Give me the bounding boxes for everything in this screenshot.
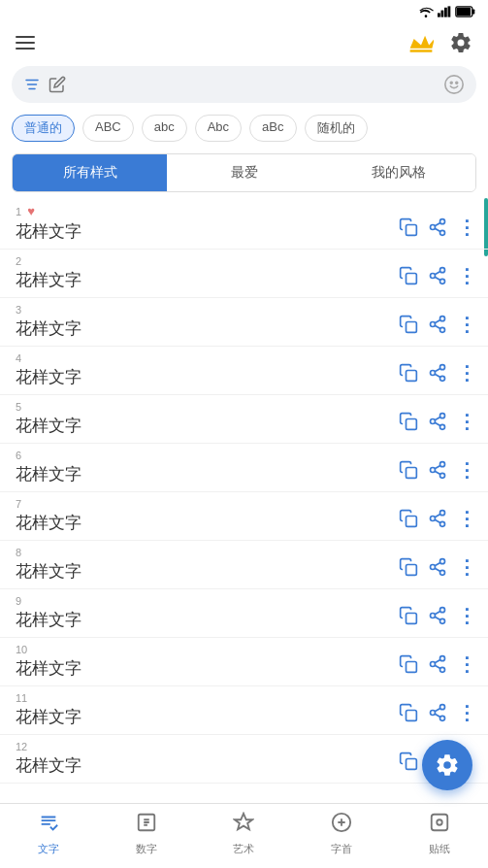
art-icon	[233, 812, 254, 839]
copy-icon[interactable]	[399, 751, 418, 771]
nav-item-文字[interactable]: 文字	[19, 812, 78, 856]
item-number: 1	[16, 206, 21, 217]
item-number: 5	[16, 401, 21, 413]
share-icon[interactable]	[428, 654, 447, 674]
item-number: 7	[16, 498, 21, 510]
copy-icon[interactable]	[399, 266, 418, 285]
tab-2[interactable]: 我的风格	[321, 154, 475, 191]
share-icon[interactable]	[428, 412, 447, 431]
item-number: 6	[16, 450, 21, 461]
more-options-icon[interactable]: ⋮	[457, 361, 476, 384]
share-icon[interactable]	[428, 509, 447, 528]
item-number: 4	[16, 352, 21, 364]
svg-point-25	[440, 376, 445, 381]
filter-chip-5[interactable]: 随机的	[305, 115, 368, 142]
more-options-icon[interactable]: ⋮	[457, 507, 476, 530]
copy-icon[interactable]	[399, 509, 418, 528]
fab-button[interactable]	[422, 740, 472, 790]
share-icon[interactable]	[428, 315, 447, 334]
copy-icon[interactable]	[399, 606, 418, 625]
list-item: 12花样文字⋮	[0, 735, 488, 784]
svg-point-11	[440, 219, 445, 224]
copy-icon[interactable]	[399, 460, 418, 480]
more-options-icon[interactable]: ⋮	[457, 458, 476, 482]
pencil-icon[interactable]	[49, 76, 66, 93]
svg-rect-5	[472, 9, 475, 14]
crown-icon[interactable]	[408, 32, 434, 53]
nav-item-字首[interactable]: 字首	[312, 812, 371, 856]
copy-icon[interactable]	[399, 654, 418, 674]
item-actions: ⋮	[399, 458, 476, 482]
more-options-icon[interactable]: ⋮	[457, 652, 476, 676]
share-icon[interactable]	[428, 703, 447, 722]
copy-icon[interactable]	[399, 557, 418, 577]
svg-point-7	[445, 76, 463, 93]
svg-rect-42	[407, 614, 417, 624]
filter-icon[interactable]	[23, 76, 41, 93]
item-actions: ⋮	[399, 361, 476, 384]
more-options-icon[interactable]: ⋮	[457, 410, 476, 433]
svg-rect-0	[438, 13, 440, 17]
sticker-icon	[429, 812, 450, 839]
nav-item-艺术[interactable]: 艺术	[214, 812, 273, 856]
item-actions: ⋮	[399, 216, 476, 239]
svg-point-24	[431, 371, 436, 376]
svg-point-37	[440, 521, 445, 526]
letter-icon	[331, 812, 352, 839]
app-bar-left	[16, 36, 47, 50]
copy-icon[interactable]	[399, 217, 418, 237]
search-input[interactable]	[74, 77, 436, 93]
item-heart-icon[interactable]: ♥	[27, 204, 35, 218]
emoji-icon[interactable]	[443, 74, 465, 95]
filter-chip-3[interactable]: Abc	[195, 115, 242, 142]
settings-icon[interactable]	[449, 31, 472, 54]
nav-item-数字[interactable]: 数字	[117, 812, 176, 856]
item-actions: ⋮	[399, 555, 476, 579]
svg-point-49	[440, 667, 445, 672]
svg-rect-18	[407, 322, 417, 333]
filter-chip-1[interactable]: ABC	[82, 115, 134, 142]
copy-icon[interactable]	[399, 315, 418, 334]
status-right	[418, 6, 476, 17]
svg-rect-26	[407, 419, 417, 430]
share-icon[interactable]	[428, 460, 447, 480]
filter-chip-2[interactable]: abc	[142, 115, 187, 142]
copy-icon[interactable]	[399, 363, 418, 383]
svg-point-33	[440, 473, 445, 478]
status-bar	[0, 0, 488, 23]
share-icon[interactable]	[428, 266, 447, 285]
copy-icon[interactable]	[399, 703, 418, 722]
share-icon[interactable]	[428, 557, 447, 577]
list-item: 1♥花样文字⋮	[0, 198, 488, 250]
tab-0[interactable]: 所有样式	[13, 154, 167, 191]
item-actions: ⋮	[399, 701, 476, 724]
svg-point-51	[440, 705, 445, 710]
list-item: 2花样文字⋮	[0, 250, 488, 298]
item-number: 11	[16, 692, 27, 704]
tab-1[interactable]: 最爱	[167, 154, 321, 191]
nav-label-1: 数字	[136, 842, 157, 856]
app-bar-right	[408, 31, 472, 54]
svg-point-45	[440, 618, 445, 623]
menu-button[interactable]	[16, 36, 35, 50]
more-options-icon[interactable]: ⋮	[457, 555, 476, 579]
more-options-icon[interactable]: ⋮	[457, 313, 476, 336]
wifi-icon	[418, 6, 434, 17]
filter-chip-0[interactable]: 普通的	[12, 115, 75, 142]
search-bar	[12, 66, 476, 103]
copy-icon[interactable]	[399, 412, 418, 431]
more-options-icon[interactable]: ⋮	[457, 604, 476, 627]
text-icon	[38, 812, 59, 839]
bottom-nav: 文字数字艺术字首贴纸	[0, 803, 488, 868]
nav-item-贴纸[interactable]: 贴纸	[410, 812, 469, 856]
share-icon[interactable]	[428, 217, 447, 237]
more-options-icon[interactable]: ⋮	[457, 264, 476, 287]
share-icon[interactable]	[428, 363, 447, 383]
more-options-icon[interactable]: ⋮	[457, 701, 476, 724]
filter-chip-4[interactable]: aBc	[249, 115, 296, 142]
list-item: 9花样文字⋮	[0, 589, 488, 638]
share-icon[interactable]	[428, 606, 447, 625]
svg-point-27	[440, 414, 445, 418]
more-options-icon[interactable]: ⋮	[457, 216, 476, 239]
item-number: 10	[16, 644, 27, 655]
